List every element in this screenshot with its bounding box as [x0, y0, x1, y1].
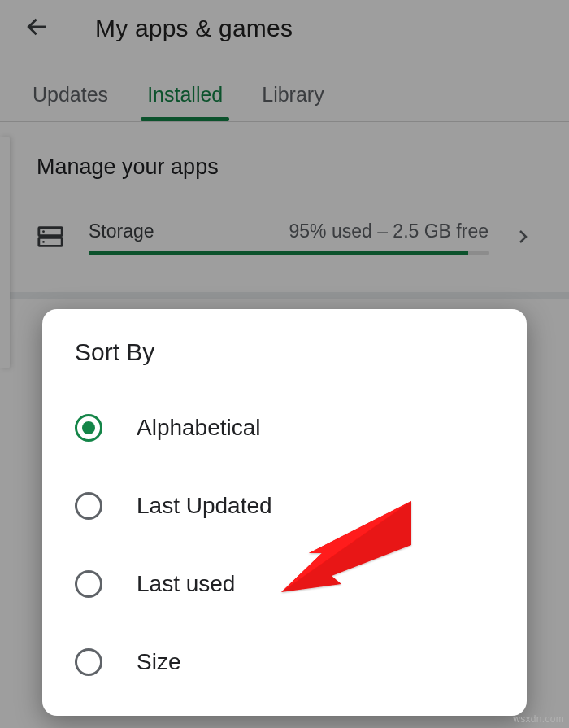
sort-option-last-used[interactable]: Last used	[75, 545, 504, 623]
option-label: Last used	[137, 571, 235, 597]
radio-icon	[75, 648, 102, 676]
option-label: Size	[137, 649, 180, 675]
sort-options: Alphabetical Last Updated Last used Size	[75, 389, 504, 701]
watermark: wsxdn.com	[513, 713, 564, 725]
sort-option-last-updated[interactable]: Last Updated	[75, 467, 504, 545]
radio-icon	[75, 492, 102, 520]
sort-option-size[interactable]: Size	[75, 623, 504, 701]
sort-option-alphabetical[interactable]: Alphabetical	[75, 389, 504, 467]
sort-by-dialog: Sort By Alphabetical Last Updated Last u…	[42, 309, 527, 716]
option-label: Alphabetical	[137, 415, 261, 441]
dialog-title: Sort By	[75, 338, 504, 366]
option-label: Last Updated	[137, 493, 272, 519]
radio-icon	[75, 414, 102, 442]
radio-icon	[75, 570, 102, 598]
